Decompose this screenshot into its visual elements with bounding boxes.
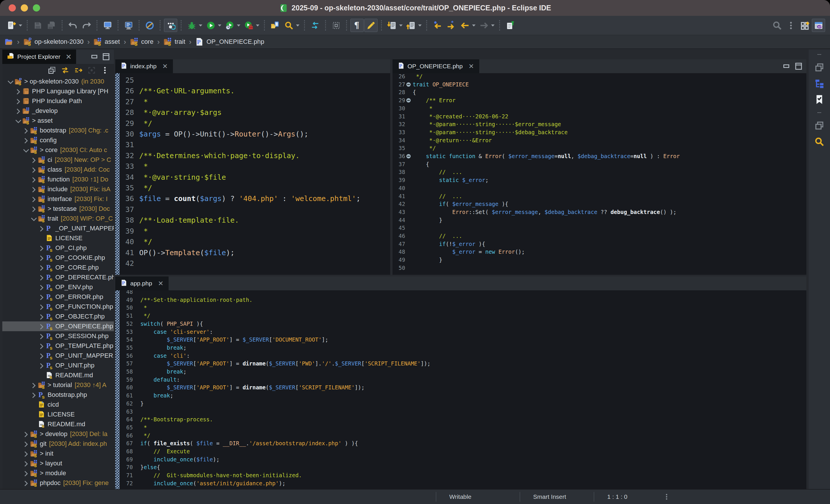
tree-item-op_template.php[interactable]: PSOP_TEMPLATE.php [2,341,114,351]
tree-item-op_unit_mapper.[interactable]: PSOP_UNIT_MAPPER. [2,351,114,361]
close-icon[interactable]: ✕ [65,53,71,61]
tree-item-cicd[interactable]: cicd [2,400,114,409]
tree-item-op_core.php[interactable]: PSOP_CORE.php [2,263,114,272]
chevron-right-icon[interactable] [14,107,22,115]
skip-breakpoints-icon[interactable] [143,19,156,32]
close-icon[interactable]: ✕ [468,63,474,70]
tree-item-op_deprecate.ph[interactable]: PSOP_DEPRECATE.ph [2,272,114,282]
tree-item-op_session.php[interactable]: PSOP_SESSION.php [2,331,114,341]
fold-marker-icon[interactable] [406,98,411,103]
show-whitespace-icon[interactable]: ¶ [350,19,364,32]
tab-OP_ONEPIECE.php[interactable]: POP_ONEPIECE.php✕ [392,59,479,73]
tree-item-class[interactable]: Sclass[2030] Add: Coc [2,165,114,174]
breadcrumb-item-op-skeleton-2030[interactable]: PSop-skeleton-2030 [23,37,84,46]
tree-item-op_env.php[interactable]: PSOP_ENV.php [2,282,114,292]
tree-item-bootstrap[interactable]: Sbootstrap[2030] Chg: .c [2,126,114,135]
export-dropdown-icon[interactable] [418,25,422,27]
chevron-down-icon[interactable] [14,117,22,125]
tree-item-license[interactable]: LICENSE [2,233,114,243]
code-area-index.php[interactable]: 2526/**·Get·URL·arguments.27 *28 *·@var·… [115,73,390,275]
save-all-icon[interactable] [45,19,58,32]
code-area-app.php[interactable]: 4849/**·Set·the·application·root·path.50… [115,290,806,490]
tree-item-readme.md[interactable]: SREADME.md [2,370,114,380]
tree-item-trait[interactable]: Strait[2030] WIP: OP_C [2,214,114,224]
chevron-right-icon[interactable] [30,166,37,174]
chevron-right-icon[interactable] [37,254,45,262]
tree-item-develop[interactable]: S> develop[2030] Del: la [2,429,114,439]
tree-item-ci[interactable]: Sci[2030] New: OP > C [2,155,114,165]
back-icon[interactable] [458,19,472,32]
zoom-window-button[interactable] [33,4,40,11]
tree-item-layout[interactable]: S> layout [2,459,114,468]
tree-item-tutorial[interactable]: S> tutorial[2030 ↑4] A [2,380,114,390]
save-icon[interactable] [31,19,44,32]
link-editor-icon[interactable] [74,66,83,75]
debug-icon[interactable] [185,19,198,32]
breadcrumb-item-core[interactable]: Score [130,37,154,46]
tab-index.php[interactable]: Pindex.php✕ [115,59,173,73]
breadcrumb-item-OP_ONEPIECE.php[interactable]: POP_ONEPIECE.php [195,37,264,46]
chevron-down-icon[interactable] [6,78,14,86]
tree-item-license[interactable]: LICENSE [2,409,114,419]
tree-item-op_unit.php[interactable]: PSOP_UNIT.php [2,361,114,370]
fold-marker-icon[interactable] [406,154,411,158]
close-icon[interactable]: ✕ [158,280,163,288]
minimized-view-icon[interactable] [814,121,825,131]
tree-item-op_cookie.php[interactable]: PSOP_COOKIE.php [2,253,114,263]
chevron-right-icon[interactable] [37,274,45,281]
filters-icon[interactable] [61,66,69,75]
status-bar-handle-icon[interactable] [663,490,670,504]
chevron-right-icon[interactable] [22,469,30,477]
chevron-right-icon[interactable] [30,391,37,399]
chevron-right-icon[interactable] [14,97,22,105]
debug-dropdown-icon[interactable] [199,25,202,27]
search-icon[interactable] [282,19,295,32]
chevron-right-icon[interactable] [37,283,45,291]
chevron-right-icon[interactable] [37,303,45,311]
search-view-icon[interactable] [814,136,825,147]
chevron-right-icon[interactable] [30,381,37,389]
chevron-down-icon[interactable] [30,215,37,223]
chevron-right-icon[interactable] [37,225,45,232]
chevron-right-icon[interactable] [37,244,45,252]
fold-marker-icon[interactable] [406,82,411,87]
tree-item-readme.md[interactable]: SREADME.md [2,419,114,429]
chevron-right-icon[interactable] [22,440,30,448]
tree-item-function[interactable]: Sfunction[2030 ↑1] Do [2,174,114,184]
new-wizard-icon[interactable] [5,19,18,32]
maximize-view-button[interactable] [794,62,803,71]
run-dropdown-icon[interactable] [218,25,221,27]
chevron-right-icon[interactable] [37,362,45,370]
chevron-right-icon[interactable] [37,293,45,301]
tree-item-op-skeleton-2030[interactable]: PS> op-skeleton-2030(in 2030 [2,77,114,87]
breadcrumb-item-root[interactable] [5,37,13,46]
open-task-icon[interactable] [268,19,282,32]
chevron-right-icon[interactable] [37,332,45,340]
run-icon[interactable] [204,19,217,32]
mark-occurrences-icon[interactable] [329,19,343,32]
remote-console-icon[interactable] [101,19,114,32]
tab-project-explorer[interactable]: Project Explorer ✕ [2,49,76,64]
tree-item-core[interactable]: S> core[2030] CI: Auto c [2,145,114,155]
tree-item-phpincludepath[interactable]: PHP Include Path [2,96,114,106]
view-menu-icon[interactable] [101,66,109,75]
breadcrumb-item-asset[interactable]: Sasset [93,37,120,46]
close-icon[interactable]: ✕ [162,63,168,70]
chevron-right-icon[interactable] [22,479,30,487]
php-perspective-icon[interactable]: <? [812,19,825,32]
chevron-down-icon[interactable] [22,146,30,154]
tree-item-bootstrap.php[interactable]: PSBootstrap.php [2,390,114,400]
tree-item-_develop[interactable]: _develop [2,106,114,116]
next-annotation-icon[interactable] [308,19,322,32]
export-icon[interactable] [404,19,418,32]
breadcrumb-item-trait[interactable]: Strait [163,37,185,46]
tree-item-op_onepiece.php[interactable]: PSOP_ONEPIECE.php [2,322,114,331]
chevron-right-icon[interactable] [30,186,37,193]
profile-dropdown-icon[interactable] [256,25,259,27]
chevron-right-icon[interactable] [14,88,22,95]
tree-item-testcase[interactable]: S> testcase[2030] Doc [2,204,114,214]
tree-item-git[interactable]: Sgit[2030] Add: index.ph [2,439,114,449]
tree-item-op_function.php[interactable]: PSOP_FUNCTION.php [2,302,114,312]
code-area-OP_ONEPIECE.php[interactable]: 26 */27trait OP_ONEPIECE28{29 /** Error3… [392,73,806,275]
chevron-right-icon[interactable] [22,127,30,134]
